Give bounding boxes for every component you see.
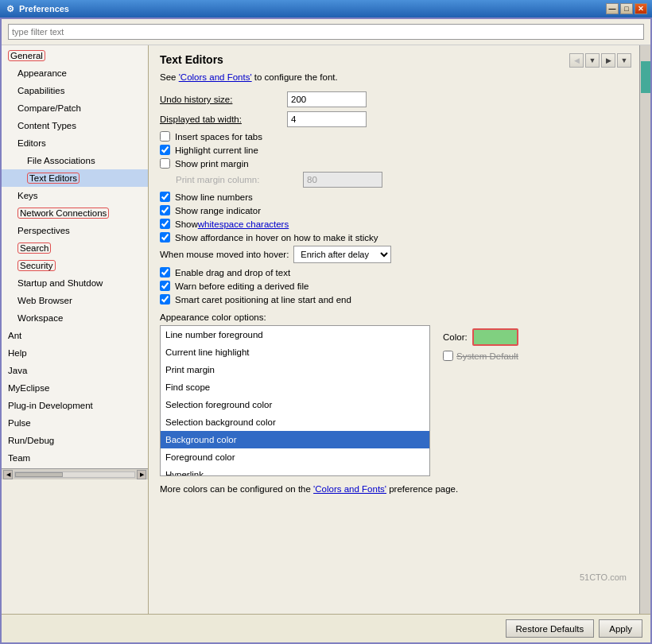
sidebar-item-myeclipse[interactable]: MyEclipse [2,379,148,397]
sidebar-item-help[interactable]: Help [2,344,148,362]
color-item-hyperlink[interactable]: Hyperlink [161,466,429,476]
show-range-row: Show range indicator [160,205,628,215]
bottom-suffix: preference page. [386,484,458,494]
show-affordance-label: Show affordance in hover on how to make … [175,233,378,242]
color-swatch-button[interactable] [472,328,518,346]
show-line-numbers-checkbox[interactable] [160,192,170,202]
maximize-button[interactable]: □ [620,3,633,14]
sidebar-item-general[interactable]: General [2,47,148,64]
bottom-bar: Restore Defaults Apply [2,614,650,642]
restore-defaults-button[interactable]: Restore Defaults [506,619,595,638]
bottom-text: More colors can be configured on the 'Co… [160,484,628,494]
hover-label: When mouse moved into hover: [160,250,289,259]
show-whitespace-label: Show [175,219,198,229]
sidebar-item-web-browser[interactable]: Web Browser [2,292,148,309]
show-margin-checkbox[interactable] [160,158,170,169]
drag-drop-row: Enable drag and drop of text [160,267,628,277]
show-line-numbers-row: Show line numbers [160,192,628,202]
forward-dropdown[interactable]: ▼ [617,53,631,68]
color-item-foreground[interactable]: Foreground color [161,448,429,466]
sidebar-item-workspace[interactable]: Workspace [2,309,148,327]
show-affordance-row: Show affordance in hover on how to make … [160,232,628,242]
sidebar-item-editors[interactable]: Editors [2,134,148,152]
warn-derived-row: Warn before editing a derived file [160,281,628,291]
highlight-line-checkbox[interactable] [160,145,170,155]
desc-suffix: to configure the font. [252,72,338,82]
scroll-right-button[interactable]: ▶ [137,470,146,479]
sidebar-item-ant[interactable]: Ant [2,327,148,344]
system-default-label: System Default [456,351,518,361]
color-listbox[interactable]: Line number foregroundCurrent line highl… [160,325,430,476]
sidebar-item-security[interactable]: Security [2,257,148,274]
sidebar-wrapper: GeneralAppearanceCapabilitiesCompare/Pat… [2,45,149,614]
window-title: Preferences [19,4,606,14]
colors-fonts-link-bottom[interactable]: 'Colors and Fonts' [313,484,386,494]
tab-input[interactable] [287,111,367,127]
sidebar-item-file-associations[interactable]: File Associations [2,152,148,169]
back-button[interactable]: ◀ [569,53,584,68]
sidebar-item-search[interactable]: Search [2,239,148,257]
insert-spaces-checkbox[interactable] [160,131,170,142]
sidebar-item-compare-patch[interactable]: Compare/Patch [2,99,148,117]
system-default-checkbox[interactable] [443,351,453,361]
sidebar-item-plugin-dev[interactable]: Plug-in Development [2,397,148,414]
color-item-background[interactable]: Background color [161,431,429,448]
back-dropdown[interactable]: ▼ [585,53,600,68]
sidebar-item-network-connections[interactable]: Network Connections [2,204,148,222]
sidebar-item-pulse[interactable]: Pulse [2,414,148,432]
sidebar-item-startup-shutdown[interactable]: Startup and Shutdow [2,274,148,292]
sidebar-item-java[interactable]: Java [2,362,148,379]
sidebar-item-keys[interactable]: Keys [2,187,148,204]
highlight-line-row: Highlight current line [160,145,628,155]
right-scrollbar[interactable] [639,45,650,614]
sidebar-item-appearance[interactable]: Appearance [2,64,148,82]
color-item-print-margin[interactable]: Print margin [161,361,429,378]
sidebar-item-capabilities[interactable]: Capabilities [2,82,148,99]
whitespace-link[interactable]: whitespace characters [198,219,289,229]
insert-spaces-label: Insert spaces for tabs [175,132,262,142]
drag-drop-label: Enable drag and drop of text [175,268,290,277]
print-margin-label: Print margin column: [176,175,303,184]
scroll-track [14,471,135,478]
filter-input[interactable] [8,24,644,40]
app-icon: ⚙ [5,3,16,14]
hover-select[interactable]: Enrich after delay Enrich immediately Ne… [293,246,391,263]
smart-caret-checkbox[interactable] [160,294,170,305]
sidebar-item-content-types[interactable]: Content Types [2,117,148,134]
system-default-row: System Default [443,351,518,361]
show-line-numbers-label: Show line numbers [175,192,253,202]
scroll-thumb [15,472,63,477]
content-title: Text Editors [160,53,628,66]
color-item-find-scope[interactable]: Find scope [161,378,429,396]
apply-button[interactable]: Apply [599,619,642,638]
sidebar-item-text-editors[interactable]: Text Editors [2,169,148,187]
show-range-checkbox[interactable] [160,205,170,215]
sidebar-item-team[interactable]: Team [2,449,148,467]
undo-input[interactable] [287,91,367,107]
tab-label: Displayed tab width: [160,114,287,124]
color-item-selection-fg[interactable]: Selection foreground color [161,396,429,413]
show-margin-row: Show print margin [160,158,628,169]
forward-button[interactable]: ▶ [601,53,615,68]
sidebar-item-run-debug[interactable]: Run/Debug [2,432,148,449]
undo-label: Undo history size: [160,95,287,104]
color-item-line-number-fg[interactable]: Line number foreground [161,326,429,343]
smart-caret-row: Smart caret positioning at line start an… [160,294,628,305]
sidebar-scrollbar[interactable]: ◀ ▶ [2,468,148,479]
warn-derived-checkbox[interactable] [160,281,170,291]
show-whitespace-checkbox[interactable] [160,219,170,229]
color-item-selection-bg[interactable]: Selection background color [161,413,429,431]
close-button[interactable]: ✕ [635,3,647,14]
show-affordance-checkbox[interactable] [160,232,170,242]
description: See 'Colors and Fonts' to configure the … [160,72,628,82]
scroll-left-button[interactable]: ◀ [3,470,13,479]
drag-drop-checkbox[interactable] [160,267,170,277]
minimize-button[interactable]: — [606,3,619,14]
color-item-current-line[interactable]: Current line highlight [161,343,429,361]
show-whitespace-row: Show whitespace characters [160,219,628,229]
tab-width-row: Displayed tab width: [160,111,628,127]
title-bar: ⚙ Preferences — □ ✕ [0,0,652,17]
filter-row [2,19,650,45]
colors-fonts-link-top[interactable]: 'Colors and Fonts' [179,72,252,82]
sidebar-item-perspectives[interactable]: Perspectives [2,222,148,239]
